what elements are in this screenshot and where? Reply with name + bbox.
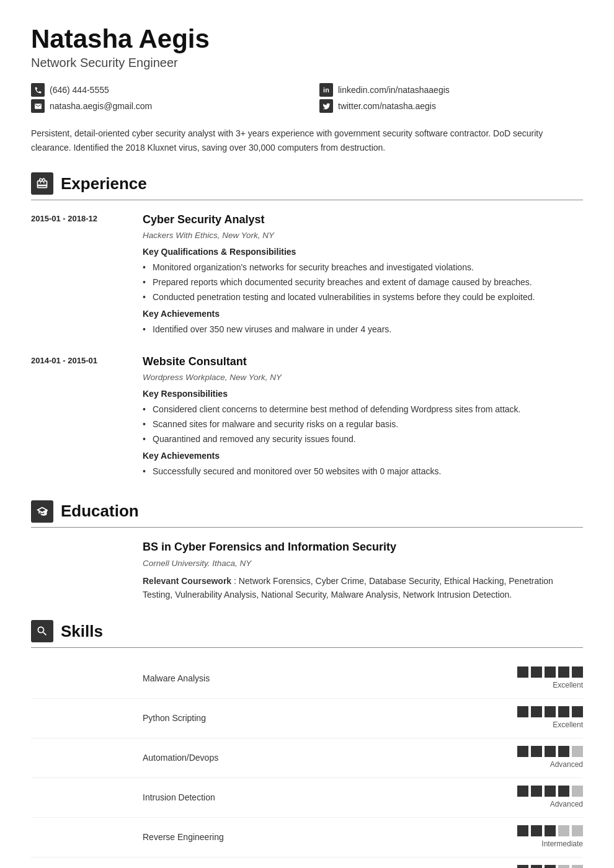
skill-row-3: Intrusion Detection Advanced <box>31 778 583 818</box>
skill-dot <box>572 865 583 869</box>
skill-dot <box>545 865 556 869</box>
achievements-heading: Key Achievements <box>143 308 583 321</box>
skill-dots <box>517 825 583 836</box>
skill-level: Excellent <box>553 719 583 730</box>
qualifications-heading: Key Qualifications & Responsibilities <box>143 246 583 259</box>
summary-text: Persistent, detail-oriented cyber securi… <box>31 126 583 154</box>
job-dates: 2015-01 - 2018-12 <box>31 211 130 340</box>
skill-dot <box>531 706 542 717</box>
qualifications-list: Considered client concerns to determine … <box>143 403 583 446</box>
skill-dots <box>517 666 583 678</box>
education-section-header: Education <box>31 499 583 528</box>
qualification-item: Scanned sites for malware and security r… <box>143 418 583 431</box>
skill-dot <box>545 746 556 757</box>
degree-title: BS in Cyber Forensics and Information Se… <box>143 539 583 556</box>
skill-dot <box>572 666 583 678</box>
twitter-icon <box>319 99 333 113</box>
company-name: Wordpress Workplace, New York, NY <box>143 371 583 384</box>
qualifications-list: Monitored organization's networks for se… <box>143 261 583 304</box>
qualification-item: Considered client concerns to determine … <box>143 403 583 416</box>
skills-section-header: Skills <box>31 619 583 648</box>
experience-section: Experience 2015-01 - 2018-12 Cyber Secur… <box>31 172 583 482</box>
job-details: Website Consultant Wordpress Workplace, … <box>143 353 583 482</box>
achievements-heading: Key Achievements <box>143 450 583 463</box>
skill-dots <box>517 786 583 797</box>
linkedin-icon: in <box>319 83 333 97</box>
skill-dots <box>517 746 583 757</box>
school-name: Cornell University. Ithaca, NY <box>143 557 583 570</box>
education-content: BS in Cyber Forensics and Information Se… <box>143 539 583 601</box>
skill-dot <box>572 825 583 836</box>
twitter-contact: twitter.com/natasha.aegis <box>319 99 583 113</box>
skill-dot <box>531 865 542 869</box>
skill-dot <box>531 786 542 797</box>
education-label: Education <box>61 499 139 523</box>
skill-dot <box>517 865 528 869</box>
skill-dot <box>517 786 528 797</box>
email-address: natasha.aegis@gmail.com <box>50 100 152 113</box>
skill-dot <box>572 746 583 757</box>
linkedin-contact: in linkedin.com/in/natashaaegis <box>319 83 583 97</box>
skills-icon <box>31 620 53 642</box>
coursework-label: Relevant Coursework <box>143 576 231 586</box>
phone-number: (646) 444-5555 <box>50 84 109 97</box>
skill-row-5: Secure Software Development Intermediate <box>31 857 583 869</box>
education-icon <box>31 500 53 523</box>
skill-dot <box>558 865 569 869</box>
skill-dot <box>545 706 556 717</box>
qualification-item: Prepared reports which documented securi… <box>143 276 583 289</box>
skill-level: Advanced <box>550 799 583 810</box>
skill-dot <box>545 666 556 678</box>
skill-rating: Advanced <box>517 746 583 770</box>
skill-dots <box>517 706 583 717</box>
skill-name: Intrusion Detection <box>143 791 505 804</box>
experience-item-1: 2014-01 - 2015-01 Website Consultant Wor… <box>31 353 583 482</box>
skill-name: Malware Analysis <box>143 672 505 685</box>
candidate-title: Network Security Engineer <box>31 53 583 72</box>
skill-dot <box>558 786 569 797</box>
skill-dot <box>517 666 528 678</box>
email-contact: natasha.aegis@gmail.com <box>31 99 295 113</box>
experience-section-header: Experience <box>31 172 583 200</box>
linkedin-url: linkedin.com/in/natashaaegis <box>338 84 450 97</box>
skill-name: Reverse Engineering <box>143 831 505 844</box>
qualification-item: Conducted penetration testing and locate… <box>143 291 583 304</box>
qualification-item: Quarantined and removed any security iss… <box>143 433 583 446</box>
achievement-item: Successfully secured and monitored over … <box>143 465 583 478</box>
experience-icon <box>31 172 53 195</box>
skill-level: Excellent <box>553 680 583 691</box>
skill-dot <box>558 666 569 678</box>
contact-grid: (646) 444-5555 in linkedin.com/in/natash… <box>31 83 583 113</box>
skill-row-4: Reverse Engineering Intermediate <box>31 818 583 857</box>
job-title: Cyber Security Analyst <box>143 211 583 228</box>
candidate-name: Natasha Aegis <box>31 25 583 53</box>
skill-dot <box>558 706 569 717</box>
skill-name: Automation/Devops <box>143 751 505 764</box>
skill-level: Intermediate <box>541 838 583 849</box>
skill-dot <box>531 666 542 678</box>
skill-dot <box>517 706 528 717</box>
job-title: Website Consultant <box>143 353 583 370</box>
skill-rating: Intermediate <box>517 865 583 869</box>
phone-contact: (646) 444-5555 <box>31 83 295 97</box>
qualifications-heading: Key Responsibilities <box>143 388 583 401</box>
skill-dot <box>517 825 528 836</box>
skill-row-1: Python Scripting Excellent <box>31 699 583 738</box>
skill-dot <box>572 786 583 797</box>
skills-label: Skills <box>61 619 103 644</box>
skill-dot <box>531 825 542 836</box>
resume-header: Natasha Aegis Network Security Engineer … <box>31 25 583 113</box>
skills-section: Skills Malware Analysis Excellent Python… <box>31 619 583 869</box>
education-section: Education BS in Cyber Forensics and Info… <box>31 499 583 601</box>
skill-name: Python Scripting <box>143 712 505 725</box>
twitter-url: twitter.com/natasha.aegis <box>338 100 436 113</box>
skill-dot <box>545 825 556 836</box>
skill-dot <box>531 746 542 757</box>
skill-level: Advanced <box>550 759 583 770</box>
company-name: Hackers With Ethics, New York, NY <box>143 229 583 242</box>
job-dates: 2014-01 - 2015-01 <box>31 353 130 482</box>
skill-dot <box>558 825 569 836</box>
skill-row-0: Malware Analysis Excellent <box>31 659 583 699</box>
mail-icon <box>31 99 45 113</box>
skill-dot <box>545 786 556 797</box>
